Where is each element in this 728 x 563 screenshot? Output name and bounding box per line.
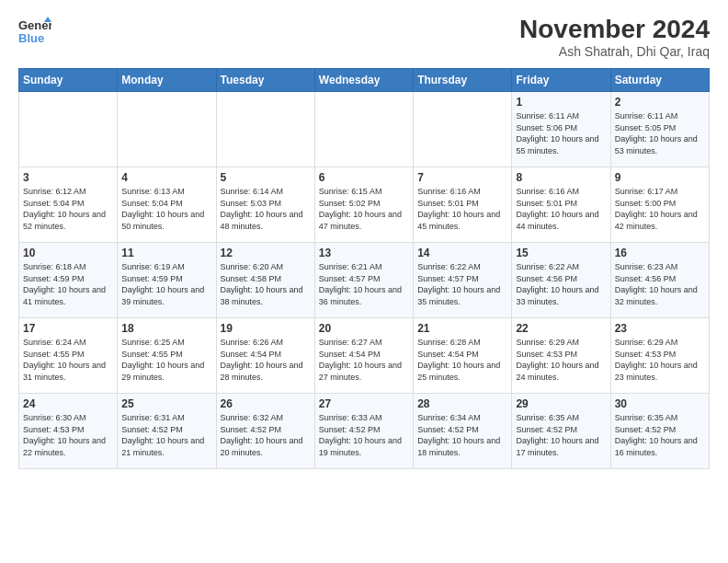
day-info: Sunrise: 6:16 AM Sunset: 5:01 PM Dayligh…	[516, 186, 606, 232]
day-cell: 16Sunrise: 6:23 AM Sunset: 4:56 PM Dayli…	[610, 243, 709, 318]
day-cell: 29Sunrise: 6:35 AM Sunset: 4:52 PM Dayli…	[512, 394, 610, 469]
day-number: 23	[615, 322, 705, 335]
day-cell: 18Sunrise: 6:25 AM Sunset: 4:55 PM Dayli…	[118, 318, 216, 394]
day-info: Sunrise: 6:12 AM Sunset: 5:04 PM Dayligh…	[23, 186, 113, 232]
day-cell: 23Sunrise: 6:29 AM Sunset: 4:53 PM Dayli…	[610, 318, 709, 394]
day-number: 24	[23, 397, 113, 410]
day-number: 21	[417, 322, 507, 335]
header-row: Sunday Monday Tuesday Wednesday Thursday…	[19, 69, 710, 92]
day-cell: 8Sunrise: 6:16 AM Sunset: 5:01 PM Daylig…	[512, 167, 610, 243]
col-saturday: Saturday	[610, 69, 709, 92]
day-cell: 22Sunrise: 6:29 AM Sunset: 4:53 PM Dayli…	[512, 318, 610, 394]
col-friday: Friday	[512, 69, 610, 92]
day-info: Sunrise: 6:20 AM Sunset: 4:58 PM Dayligh…	[221, 261, 311, 307]
day-cell: 1Sunrise: 6:11 AM Sunset: 5:06 PM Daylig…	[512, 92, 610, 167]
day-cell	[216, 92, 314, 167]
day-cell: 15Sunrise: 6:22 AM Sunset: 4:56 PM Dayli…	[512, 243, 610, 318]
calendar-table: Sunday Monday Tuesday Wednesday Thursday…	[18, 68, 710, 469]
day-number: 27	[319, 397, 409, 410]
day-number: 14	[417, 247, 507, 259]
week-row-2: 3Sunrise: 6:12 AM Sunset: 5:04 PM Daylig…	[19, 167, 710, 243]
day-info: Sunrise: 6:34 AM Sunset: 4:52 PM Dayligh…	[417, 412, 507, 458]
day-cell	[19, 92, 118, 167]
col-sunday: Sunday	[19, 69, 118, 92]
day-number: 26	[221, 397, 311, 410]
week-row-1: 1Sunrise: 6:11 AM Sunset: 5:06 PM Daylig…	[19, 92, 710, 167]
subtitle: Ash Shatrah, Dhi Qar, Iraq	[519, 44, 710, 59]
day-info: Sunrise: 6:26 AM Sunset: 4:54 PM Dayligh…	[221, 337, 311, 383]
day-cell	[118, 92, 216, 167]
day-info: Sunrise: 6:35 AM Sunset: 4:52 PM Dayligh…	[615, 412, 705, 458]
day-info: Sunrise: 6:23 AM Sunset: 4:56 PM Dayligh…	[615, 261, 705, 307]
day-info: Sunrise: 6:14 AM Sunset: 5:03 PM Dayligh…	[221, 186, 311, 232]
day-number: 25	[121, 397, 211, 410]
day-cell: 25Sunrise: 6:31 AM Sunset: 4:52 PM Dayli…	[118, 394, 216, 469]
day-number: 9	[615, 171, 705, 184]
day-number: 30	[615, 397, 705, 410]
day-cell: 3Sunrise: 6:12 AM Sunset: 5:04 PM Daylig…	[19, 167, 118, 243]
day-info: Sunrise: 6:24 AM Sunset: 4:55 PM Dayligh…	[23, 337, 113, 383]
page: General Blue November 2024 Ash Shatrah, …	[0, 0, 728, 478]
calendar-body: 1Sunrise: 6:11 AM Sunset: 5:06 PM Daylig…	[19, 92, 710, 469]
day-cell: 7Sunrise: 6:16 AM Sunset: 5:01 PM Daylig…	[414, 167, 512, 243]
day-info: Sunrise: 6:13 AM Sunset: 5:04 PM Dayligh…	[121, 186, 211, 232]
day-info: Sunrise: 6:28 AM Sunset: 4:54 PM Dayligh…	[417, 337, 507, 383]
day-cell: 17Sunrise: 6:24 AM Sunset: 4:55 PM Dayli…	[19, 318, 118, 394]
day-number: 7	[417, 171, 507, 184]
day-number: 16	[615, 247, 705, 259]
day-number: 10	[23, 247, 113, 259]
day-number: 2	[615, 96, 705, 109]
day-cell: 2Sunrise: 6:11 AM Sunset: 5:05 PM Daylig…	[610, 92, 709, 167]
day-cell	[314, 92, 413, 167]
col-tuesday: Tuesday	[216, 69, 314, 92]
day-number: 19	[221, 322, 311, 335]
day-number: 3	[23, 171, 113, 184]
day-cell: 19Sunrise: 6:26 AM Sunset: 4:54 PM Dayli…	[216, 318, 314, 394]
day-info: Sunrise: 6:33 AM Sunset: 4:52 PM Dayligh…	[319, 412, 409, 458]
title-block: November 2024 Ash Shatrah, Dhi Qar, Iraq	[519, 15, 710, 59]
day-cell: 21Sunrise: 6:28 AM Sunset: 4:54 PM Dayli…	[414, 318, 512, 394]
day-info: Sunrise: 6:15 AM Sunset: 5:02 PM Dayligh…	[319, 186, 409, 232]
day-info: Sunrise: 6:30 AM Sunset: 4:53 PM Dayligh…	[23, 412, 113, 458]
day-number: 4	[121, 171, 211, 184]
day-info: Sunrise: 6:11 AM Sunset: 5:06 PM Dayligh…	[516, 110, 606, 156]
col-wednesday: Wednesday	[314, 69, 413, 92]
day-info: Sunrise: 6:25 AM Sunset: 4:55 PM Dayligh…	[121, 337, 211, 383]
col-thursday: Thursday	[414, 69, 512, 92]
day-cell: 6Sunrise: 6:15 AM Sunset: 5:02 PM Daylig…	[314, 167, 413, 243]
week-row-5: 24Sunrise: 6:30 AM Sunset: 4:53 PM Dayli…	[19, 394, 710, 469]
day-number: 11	[121, 247, 211, 259]
svg-text:Blue: Blue	[18, 31, 44, 45]
header: General Blue November 2024 Ash Shatrah, …	[18, 15, 710, 59]
day-number: 18	[121, 322, 211, 335]
day-info: Sunrise: 6:22 AM Sunset: 4:56 PM Dayligh…	[516, 261, 606, 307]
day-info: Sunrise: 6:18 AM Sunset: 4:59 PM Dayligh…	[23, 261, 113, 307]
day-info: Sunrise: 6:21 AM Sunset: 4:57 PM Dayligh…	[319, 261, 409, 307]
week-row-3: 10Sunrise: 6:18 AM Sunset: 4:59 PM Dayli…	[19, 243, 710, 318]
day-info: Sunrise: 6:35 AM Sunset: 4:52 PM Dayligh…	[516, 412, 606, 458]
day-number: 29	[516, 397, 606, 410]
day-cell: 11Sunrise: 6:19 AM Sunset: 4:59 PM Dayli…	[118, 243, 216, 318]
day-number: 20	[319, 322, 409, 335]
day-number: 28	[417, 397, 507, 410]
day-cell: 9Sunrise: 6:17 AM Sunset: 5:00 PM Daylig…	[610, 167, 709, 243]
logo-icon: General Blue	[18, 15, 51, 48]
col-monday: Monday	[118, 69, 216, 92]
day-info: Sunrise: 6:11 AM Sunset: 5:05 PM Dayligh…	[615, 110, 705, 156]
day-cell: 27Sunrise: 6:33 AM Sunset: 4:52 PM Dayli…	[314, 394, 413, 469]
day-number: 5	[221, 171, 311, 184]
day-info: Sunrise: 6:29 AM Sunset: 4:53 PM Dayligh…	[516, 337, 606, 383]
day-number: 15	[516, 247, 606, 259]
day-cell: 30Sunrise: 6:35 AM Sunset: 4:52 PM Dayli…	[610, 394, 709, 469]
day-cell	[414, 92, 512, 167]
day-info: Sunrise: 6:29 AM Sunset: 4:53 PM Dayligh…	[615, 337, 705, 383]
week-row-4: 17Sunrise: 6:24 AM Sunset: 4:55 PM Dayli…	[19, 318, 710, 394]
day-cell: 24Sunrise: 6:30 AM Sunset: 4:53 PM Dayli…	[19, 394, 118, 469]
day-cell: 20Sunrise: 6:27 AM Sunset: 4:54 PM Dayli…	[314, 318, 413, 394]
day-number: 6	[319, 171, 409, 184]
day-cell: 4Sunrise: 6:13 AM Sunset: 5:04 PM Daylig…	[118, 167, 216, 243]
logo: General Blue	[18, 15, 51, 48]
day-info: Sunrise: 6:31 AM Sunset: 4:52 PM Dayligh…	[121, 412, 211, 458]
day-cell: 12Sunrise: 6:20 AM Sunset: 4:58 PM Dayli…	[216, 243, 314, 318]
day-info: Sunrise: 6:19 AM Sunset: 4:59 PM Dayligh…	[121, 261, 211, 307]
